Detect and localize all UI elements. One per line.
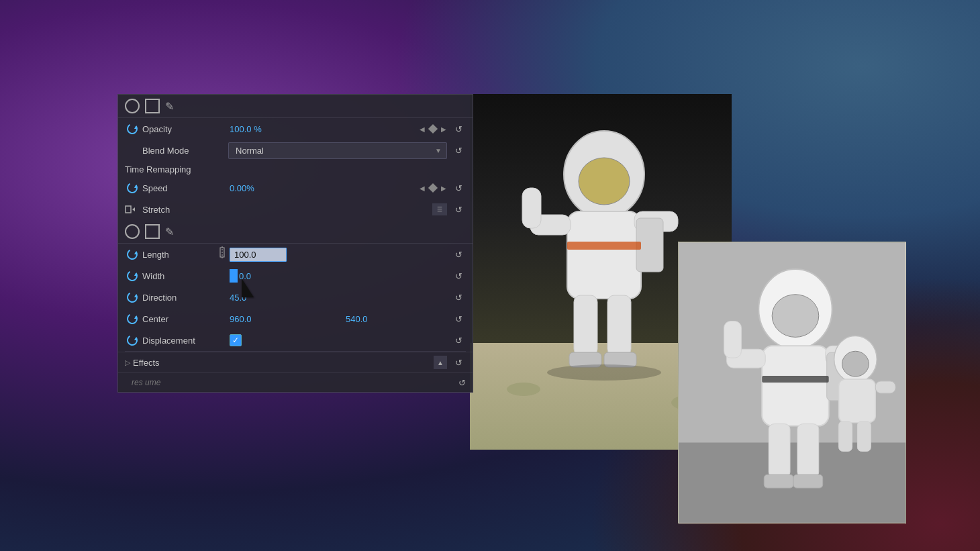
svg-rect-23	[522, 188, 541, 228]
blend-mode-label: Blend Mode	[125, 146, 228, 156]
svg-rect-50	[875, 381, 895, 393]
effects-row: ▷ Effects ▲ ↺	[118, 352, 473, 372]
svg-point-30	[547, 364, 661, 381]
width-controls: ↺	[451, 268, 466, 283]
svg-point-36	[772, 295, 819, 338]
opacity-next-arrow[interactable]: ▶	[439, 124, 448, 134]
center-reset-btn[interactable]: ↺	[451, 311, 466, 326]
length-cycle-icon	[125, 248, 140, 260]
length-drag-icon	[216, 246, 228, 258]
blend-mode-select-wrapper[interactable]: Normal Multiply Screen Overlay Darken Li…	[228, 142, 447, 159]
bottom-label: res ume	[125, 375, 167, 390]
effects-reset-btn[interactable]: ↺	[451, 355, 466, 370]
length-controls: ↺	[451, 247, 466, 262]
thumbnail-preview	[678, 242, 906, 523]
stretch-controls: ☰ ↺	[432, 202, 466, 217]
opacity-row: Opacity 100.0 % ◀ ▶ ↺	[118, 118, 473, 140]
svg-rect-43	[797, 424, 819, 478]
speed-reset-btn[interactable]: ↺	[451, 181, 466, 195]
svg-point-48	[842, 351, 869, 377]
displacement-checkbox[interactable]: ✓	[230, 334, 242, 346]
width-cycle-icon	[125, 270, 140, 282]
opacity-value: 100.0 %	[230, 124, 418, 134]
svg-rect-42	[769, 424, 790, 478]
circle-icon-2[interactable]	[125, 224, 140, 239]
displacement-reset-btn[interactable]: ↺	[451, 333, 466, 348]
direction-reset-btn[interactable]: ↺	[451, 290, 466, 305]
bottom-reset-btn[interactable]: ↺	[458, 378, 466, 388]
length-row: Length ↺	[118, 244, 473, 265]
stretch-row: Stretch ☰ ↺	[118, 199, 473, 220]
width-label: Width	[142, 271, 230, 281]
opacity-prev-arrow[interactable]: ◀	[418, 124, 427, 134]
stretch-label: Stretch	[142, 205, 230, 215]
displacement-label: Displacement	[142, 336, 230, 346]
svg-point-31	[507, 383, 540, 396]
svg-rect-44	[764, 474, 793, 488]
opacity-keyframe-diamond[interactable]	[428, 124, 438, 134]
direction-controls: ↺	[451, 290, 466, 305]
width-value-container: 0.0	[230, 269, 251, 283]
direction-row: Direction 45.0 ° ↺	[118, 287, 473, 308]
blend-mode-reset-btn[interactable]: ↺	[451, 144, 466, 158]
svg-rect-49	[839, 379, 876, 423]
svg-rect-25	[574, 295, 597, 356]
speed-cycle-icon	[125, 182, 140, 194]
stretch-icon	[125, 203, 140, 215]
direction-value: 45.0 °	[230, 293, 451, 303]
svg-rect-4	[126, 206, 131, 213]
length-input[interactable]	[230, 248, 287, 262]
effects-label: Effects	[133, 358, 160, 368]
toolbar-row-1: ✎	[118, 95, 473, 118]
square-icon-2[interactable]	[145, 224, 160, 239]
svg-rect-46	[762, 376, 828, 383]
svg-marker-5	[132, 207, 135, 211]
svg-rect-51	[839, 421, 852, 452]
opacity-controls: ◀ ▶ ↺	[418, 121, 466, 136]
properties-panel: ✎ Opacity 100.0 % ◀ ▶ ↺ Blend Mode Norma…	[117, 94, 473, 393]
speed-prev-arrow[interactable]: ◀	[418, 183, 427, 193]
time-remapping-header: Time Remapping	[118, 162, 473, 177]
pen-icon-2[interactable]: ✎	[165, 226, 174, 238]
panel-bottom: res ume ↺	[118, 372, 473, 392]
pen-icon[interactable]: ✎	[165, 100, 174, 113]
opacity-cycle-icon	[125, 123, 140, 135]
svg-rect-40	[724, 321, 742, 358]
speed-keyframe-diamond[interactable]	[428, 183, 438, 193]
width-reset-btn[interactable]: ↺	[451, 268, 466, 283]
svg-rect-20	[567, 211, 641, 299]
astronaut-thumb-svg	[679, 242, 905, 523]
opacity-reset-btn[interactable]: ↺	[451, 121, 466, 136]
opacity-label: Opacity	[142, 124, 230, 134]
center-label: Center	[142, 314, 230, 324]
center-row: Center 960.0 540.0 ↺	[118, 308, 473, 330]
svg-point-19	[579, 158, 630, 205]
blend-mode-controls: ↺	[451, 144, 466, 158]
length-reset-btn[interactable]: ↺	[451, 247, 466, 262]
speed-next-arrow[interactable]: ▶	[439, 183, 448, 193]
center-cycle-icon	[125, 313, 140, 325]
toolbar-row-2: ✎	[118, 220, 473, 244]
effects-controls: ▲ ↺	[434, 355, 466, 370]
circle-icon[interactable]	[125, 99, 140, 113]
width-row: Width 0.0 ↺	[118, 265, 473, 287]
center-value-y: 540.0	[346, 314, 451, 324]
speed-controls: ◀ ▶ ↺	[418, 181, 466, 195]
blend-mode-select[interactable]: Normal Multiply Screen Overlay Darken Li…	[228, 142, 447, 159]
stretch-reset-btn[interactable]: ↺	[451, 202, 466, 217]
square-icon[interactable]	[145, 99, 160, 113]
direction-label: Direction	[142, 293, 230, 303]
speed-label: Speed	[142, 183, 230, 193]
center-value-x: 960.0	[230, 314, 335, 324]
displacement-cycle-icon	[125, 334, 140, 346]
svg-rect-45	[793, 474, 823, 488]
stretch-list-icon[interactable]: ☰	[432, 203, 447, 215]
effects-triangle: ▷	[125, 358, 130, 367]
displacement-row: Displacement ✓ ↺	[118, 330, 473, 351]
speed-row: Speed 0.00% ◀ ▶ ↺	[118, 177, 473, 199]
effects-expand-btn[interactable]: ▲	[434, 356, 447, 369]
width-slider-bar	[230, 269, 238, 283]
width-value: 0.0	[239, 271, 251, 281]
speed-value: 0.00%	[230, 183, 418, 193]
blend-mode-row: Blend Mode Normal Multiply Screen Overla…	[118, 140, 473, 162]
